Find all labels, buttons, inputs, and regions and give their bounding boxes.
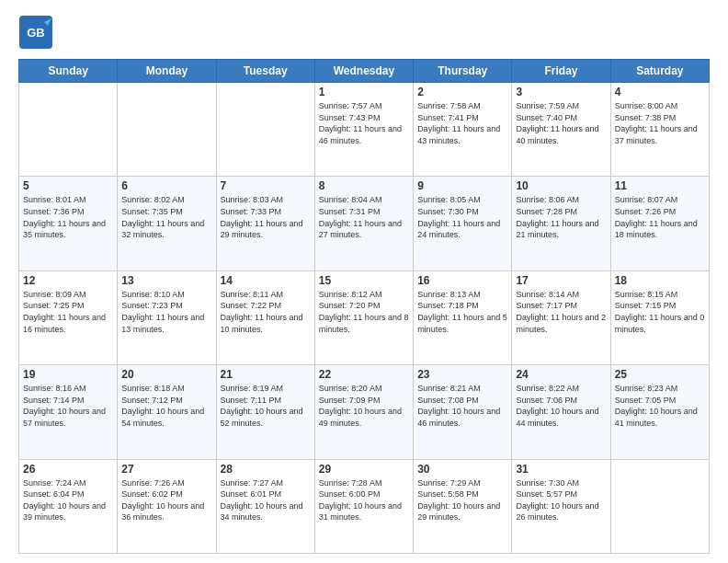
table-cell: 21Sunrise: 8:19 AMSunset: 7:11 PMDayligh… [216,365,314,459]
header-friday: Friday [512,60,610,83]
day-info: Sunrise: 7:27 AMSunset: 6:01 PMDaylight:… [221,477,311,523]
table-cell: 6Sunrise: 8:02 AMSunset: 7:35 PMDaylight… [118,177,216,270]
day-info: Sunrise: 8:07 AMSunset: 7:26 PMDaylight:… [615,194,705,240]
day-info: Sunrise: 8:20 AMSunset: 7:09 PMDaylight:… [319,383,409,429]
calendar-week-row: 1Sunrise: 7:57 AMSunset: 7:43 PMDaylight… [19,83,710,177]
day-info: Sunrise: 7:26 AMSunset: 6:02 PMDaylight:… [121,477,211,523]
table-cell: 17Sunrise: 8:14 AMSunset: 7:17 PMDayligh… [512,270,610,364]
day-number: 3 [516,86,606,98]
header: GB [18,15,710,50]
table-cell: 22Sunrise: 8:20 AMSunset: 7:09 PMDayligh… [314,365,413,459]
table-cell: 25Sunrise: 8:23 AMSunset: 7:05 PMDayligh… [610,365,709,459]
calendar-week-row: 5Sunrise: 8:01 AMSunset: 7:36 PMDaylight… [19,177,710,270]
table-cell: 23Sunrise: 8:21 AMSunset: 7:08 PMDayligh… [414,365,512,459]
day-info: Sunrise: 8:03 AMSunset: 7:33 PMDaylight:… [221,194,311,240]
day-info: Sunrise: 8:04 AMSunset: 7:31 PMDaylight:… [319,194,409,240]
day-number: 5 [23,179,113,192]
day-info: Sunrise: 8:05 AMSunset: 7:30 PMDaylight:… [417,194,507,240]
table-cell: 4Sunrise: 8:00 AMSunset: 7:38 PMDaylight… [610,83,709,177]
day-number: 14 [221,274,311,287]
day-info: Sunrise: 8:23 AMSunset: 7:05 PMDaylight:… [615,383,705,429]
day-number: 6 [121,179,211,192]
calendar-header-row: Sunday Monday Tuesday Wednesday Thursday… [19,60,710,83]
calendar-week-row: 19Sunrise: 8:16 AMSunset: 7:14 PMDayligh… [19,365,710,459]
table-cell: 3Sunrise: 7:59 AMSunset: 7:40 PMDaylight… [512,83,610,177]
day-info: Sunrise: 7:29 AMSunset: 5:58 PMDaylight:… [417,477,507,523]
day-number: 19 [23,368,113,381]
table-cell: 13Sunrise: 8:10 AMSunset: 7:23 PMDayligh… [118,270,216,364]
table-cell: 31Sunrise: 7:30 AMSunset: 5:57 PMDayligh… [512,459,610,553]
day-info: Sunrise: 7:28 AMSunset: 6:00 PMDaylight:… [319,477,409,523]
table-cell: 15Sunrise: 8:12 AMSunset: 7:20 PMDayligh… [314,270,413,364]
table-cell: 1Sunrise: 7:57 AMSunset: 7:43 PMDaylight… [314,83,413,177]
day-info: Sunrise: 7:24 AMSunset: 6:04 PMDaylight:… [23,477,113,523]
day-number: 4 [615,86,705,98]
table-cell: 20Sunrise: 8:18 AMSunset: 7:12 PMDayligh… [118,365,216,459]
header-monday: Monday [118,60,216,83]
table-cell: 10Sunrise: 8:06 AMSunset: 7:28 PMDayligh… [512,177,610,270]
day-info: Sunrise: 8:19 AMSunset: 7:11 PMDaylight:… [221,383,311,429]
day-number: 31 [516,463,606,476]
svg-text:GB: GB [27,26,45,40]
day-info: Sunrise: 8:21 AMSunset: 7:08 PMDaylight:… [417,383,507,429]
logo: GB [18,15,55,50]
day-number: 7 [221,179,311,192]
table-cell: 29Sunrise: 7:28 AMSunset: 6:00 PMDayligh… [314,459,413,553]
day-info: Sunrise: 8:00 AMSunset: 7:38 PMDaylight:… [615,100,705,146]
day-number: 30 [417,463,507,476]
day-info: Sunrise: 8:10 AMSunset: 7:23 PMDaylight:… [121,289,211,335]
day-info: Sunrise: 8:09 AMSunset: 7:25 PMDaylight:… [23,289,113,335]
day-number: 16 [417,274,507,287]
day-number: 8 [319,179,409,192]
day-number: 26 [23,463,113,476]
table-cell [610,459,709,553]
day-number: 12 [23,274,113,287]
header-wednesday: Wednesday [314,60,413,83]
calendar-table: Sunday Monday Tuesday Wednesday Thursday… [18,59,710,554]
day-number: 20 [121,368,211,381]
table-cell [118,83,216,177]
table-cell: 2Sunrise: 7:58 AMSunset: 7:41 PMDaylight… [414,83,512,177]
table-cell: 19Sunrise: 8:16 AMSunset: 7:14 PMDayligh… [19,365,118,459]
day-info: Sunrise: 8:11 AMSunset: 7:22 PMDaylight:… [221,289,311,335]
table-cell: 28Sunrise: 7:27 AMSunset: 6:01 PMDayligh… [216,459,314,553]
day-info: Sunrise: 8:18 AMSunset: 7:12 PMDaylight:… [121,383,211,429]
table-cell: 5Sunrise: 8:01 AMSunset: 7:36 PMDaylight… [19,177,118,270]
day-number: 11 [615,179,705,192]
table-cell: 27Sunrise: 7:26 AMSunset: 6:02 PMDayligh… [118,459,216,553]
calendar-week-row: 12Sunrise: 8:09 AMSunset: 7:25 PMDayligh… [19,270,710,364]
day-info: Sunrise: 8:16 AMSunset: 7:14 PMDaylight:… [23,383,113,429]
page: GB Sunday Monday Tuesday Wednesday Thurs… [0,0,728,563]
day-info: Sunrise: 8:12 AMSunset: 7:20 PMDaylight:… [319,289,409,335]
day-number: 27 [121,463,211,476]
calendar-week-row: 26Sunrise: 7:24 AMSunset: 6:04 PMDayligh… [19,459,710,553]
table-cell: 9Sunrise: 8:05 AMSunset: 7:30 PMDaylight… [414,177,512,270]
day-info: Sunrise: 8:02 AMSunset: 7:35 PMDaylight:… [121,194,211,240]
day-info: Sunrise: 8:22 AMSunset: 7:06 PMDaylight:… [516,383,606,429]
table-cell: 14Sunrise: 8:11 AMSunset: 7:22 PMDayligh… [216,270,314,364]
table-cell: 24Sunrise: 8:22 AMSunset: 7:06 PMDayligh… [512,365,610,459]
day-info: Sunrise: 7:58 AMSunset: 7:41 PMDaylight:… [417,100,507,146]
table-cell: 30Sunrise: 7:29 AMSunset: 5:58 PMDayligh… [414,459,512,553]
header-saturday: Saturday [610,60,709,83]
table-cell [19,83,118,177]
day-info: Sunrise: 8:01 AMSunset: 7:36 PMDaylight:… [23,194,113,240]
table-cell: 8Sunrise: 8:04 AMSunset: 7:31 PMDaylight… [314,177,413,270]
day-number: 1 [319,86,409,98]
day-number: 10 [516,179,606,192]
table-cell: 26Sunrise: 7:24 AMSunset: 6:04 PMDayligh… [19,459,118,553]
day-info: Sunrise: 7:30 AMSunset: 5:57 PMDaylight:… [516,477,606,523]
header-thursday: Thursday [414,60,512,83]
day-number: 21 [221,368,311,381]
day-number: 18 [615,274,705,287]
day-number: 24 [516,368,606,381]
day-info: Sunrise: 8:13 AMSunset: 7:18 PMDaylight:… [417,289,507,335]
day-number: 13 [121,274,211,287]
table-cell [216,83,314,177]
day-number: 2 [417,86,507,98]
day-number: 29 [319,463,409,476]
day-info: Sunrise: 7:57 AMSunset: 7:43 PMDaylight:… [319,100,409,146]
day-number: 25 [615,368,705,381]
table-cell: 7Sunrise: 8:03 AMSunset: 7:33 PMDaylight… [216,177,314,270]
day-info: Sunrise: 8:06 AMSunset: 7:28 PMDaylight:… [516,194,606,240]
